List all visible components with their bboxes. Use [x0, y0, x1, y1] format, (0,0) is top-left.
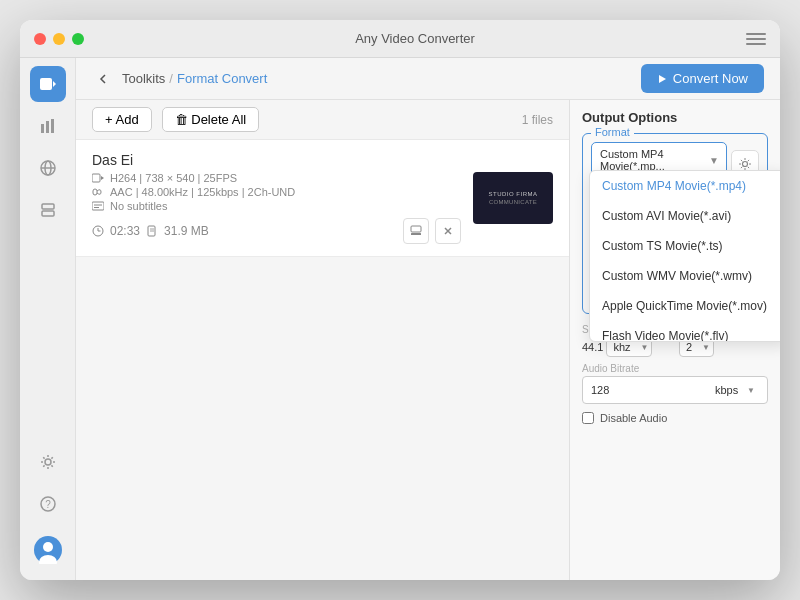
svg-rect-3 — [46, 121, 49, 133]
subtitle-info: No subtitles — [110, 200, 167, 212]
file-list-toolbar: + Add 🗑 Delete All 1 files — [76, 100, 569, 140]
duration: 02:33 — [110, 224, 140, 238]
file-info: Das Ei H264 | 738 × 540 | 25FPS — [92, 152, 461, 244]
convert-now-button[interactable]: Convert Now — [641, 64, 764, 93]
svg-rect-30 — [411, 226, 421, 232]
sidebar: ? — [20, 58, 76, 580]
thumb-line1: STUDIO FIRMA — [489, 190, 538, 198]
svg-rect-29 — [411, 233, 421, 235]
svg-point-10 — [45, 459, 51, 465]
delete-all-button[interactable]: 🗑 Delete All — [162, 107, 260, 132]
svg-marker-18 — [101, 176, 104, 180]
svg-rect-2 — [41, 124, 44, 133]
titlebar: Any Video Converter — [20, 20, 780, 58]
svg-marker-16 — [659, 75, 666, 83]
output-options-title: Output Options — [582, 110, 768, 125]
svg-rect-17 — [92, 174, 100, 182]
edit-button[interactable] — [403, 218, 429, 244]
traffic-lights — [34, 33, 84, 45]
file-list-panel: + Add 🗑 Delete All 1 files Das Ei — [76, 100, 570, 580]
format-option-wmv[interactable]: Custom WMV Movie(*.wmv) — [590, 261, 780, 291]
format-option-mp4[interactable]: Custom MP4 Movie(*.mp4) — [590, 171, 780, 201]
avatar[interactable] — [30, 532, 66, 568]
sidebar-item-help[interactable]: ? — [30, 486, 66, 522]
format-option-flv[interactable]: Flash Video Movie(*.flv) — [590, 321, 780, 341]
delete-button[interactable] — [435, 218, 461, 244]
file-area: + Add 🗑 Delete All 1 files Das Ei — [76, 100, 780, 580]
audio-bitrate-unit-select[interactable]: kbps — [709, 381, 759, 399]
breadcrumb-current: Format Convert — [177, 71, 267, 86]
breadcrumb: Toolkits / Format Convert — [122, 71, 267, 86]
minimize-button[interactable] — [53, 33, 65, 45]
back-button[interactable] — [92, 67, 116, 91]
breadcrumb-separator: / — [169, 71, 173, 86]
format-option-avi[interactable]: Custom AVI Movie(*.avi) — [590, 201, 780, 231]
output-options-panel: Output Options Format Custom MP4 Movie(*… — [570, 100, 780, 580]
breadcrumb-parent: Toolkits — [122, 71, 165, 86]
file-size: 31.9 MB — [164, 224, 209, 238]
table-row: Das Ei H264 | 738 × 540 | 25FPS — [76, 140, 569, 257]
svg-rect-8 — [42, 204, 54, 209]
file-audio-meta: AAC | 48.00kHz | 125kbps | 2Ch-UND — [92, 186, 461, 198]
main-layout: ? — [20, 58, 780, 580]
close-button[interactable] — [34, 33, 46, 45]
video-info: H264 | 738 × 540 | 25FPS — [110, 172, 237, 184]
audio-bitrate-value: 128 — [591, 384, 609, 396]
audio-bitrate-box: 128 kbps ▼ — [582, 376, 768, 404]
add-button[interactable]: + Add — [92, 107, 152, 132]
sidebar-item-stats[interactable] — [30, 108, 66, 144]
clock-icon — [92, 225, 104, 237]
sidebar-item-settings[interactable] — [30, 444, 66, 480]
sidebar-item-video[interactable] — [30, 66, 66, 102]
maximize-button[interactable] — [72, 33, 84, 45]
file-name: Das Ei — [92, 152, 461, 168]
svg-text:?: ? — [45, 499, 51, 510]
svg-rect-4 — [51, 119, 54, 133]
audio-info: AAC | 48.00kHz | 125kbps | 2Ch-UND — [110, 186, 295, 198]
file-thumbnail: STUDIO FIRMA COMMUNICATE — [473, 172, 553, 224]
breadcrumb-nav: Toolkits / Format Convert — [92, 67, 633, 91]
sidebar-item-layers[interactable] — [30, 192, 66, 228]
svg-marker-1 — [53, 81, 56, 87]
format-group: Format Custom MP4 Movie(*.mp... ▼ — [582, 133, 768, 314]
format-label: Format — [591, 126, 634, 138]
video-icon — [92, 173, 104, 183]
toolbar: Toolkits / Format Convert Convert Now — [76, 58, 780, 100]
thumb-line2: COMMUNICATE — [489, 198, 538, 206]
file-video-meta: H264 | 738 × 540 | 25FPS — [92, 172, 461, 184]
sampling-rate-value: 44.1 — [582, 341, 603, 353]
svg-point-14 — [43, 542, 53, 552]
main-window: Any Video Converter — [20, 20, 780, 580]
file-subtitle-meta: No subtitles — [92, 200, 461, 212]
sidebar-item-globe[interactable] — [30, 150, 66, 186]
svg-rect-9 — [42, 211, 54, 216]
format-selector[interactable]: Custom MP4 Movie(*.mp... ▼ Custom MP4 Mo… — [591, 142, 727, 178]
file-duration-size: 02:33 31.9 MB — [92, 218, 461, 244]
audio-bitrate-section: Audio Bitrate 128 kbps ▼ — [582, 363, 768, 404]
disable-audio-checkbox[interactable] — [582, 412, 594, 424]
svg-point-33 — [743, 162, 748, 167]
svg-rect-19 — [93, 189, 97, 195]
file-count: 1 files — [522, 113, 553, 127]
format-option-ts[interactable]: Custom TS Movie(*.ts) — [590, 231, 780, 261]
svg-rect-0 — [40, 78, 52, 90]
format-dropdown-list: Custom MP4 Movie(*.mp4) Custom AVI Movie… — [589, 170, 780, 342]
format-option-mov[interactable]: Apple QuickTime Movie(*.mov) — [590, 291, 780, 321]
subtitle-icon — [92, 201, 104, 211]
disable-audio-label: Disable Audio — [600, 412, 667, 424]
svg-rect-20 — [92, 202, 104, 210]
app-title: Any Video Converter — [355, 31, 475, 46]
audio-icon — [92, 186, 104, 198]
menu-icon[interactable] — [746, 33, 766, 45]
file-icon — [146, 225, 158, 237]
audio-bitrate-label: Audio Bitrate — [582, 363, 768, 374]
content-area: Toolkits / Format Convert Convert Now — [76, 58, 780, 580]
audio-bitrate-unit-wrap: kbps ▼ — [709, 381, 759, 399]
disable-audio-row: Disable Audio — [582, 412, 768, 424]
